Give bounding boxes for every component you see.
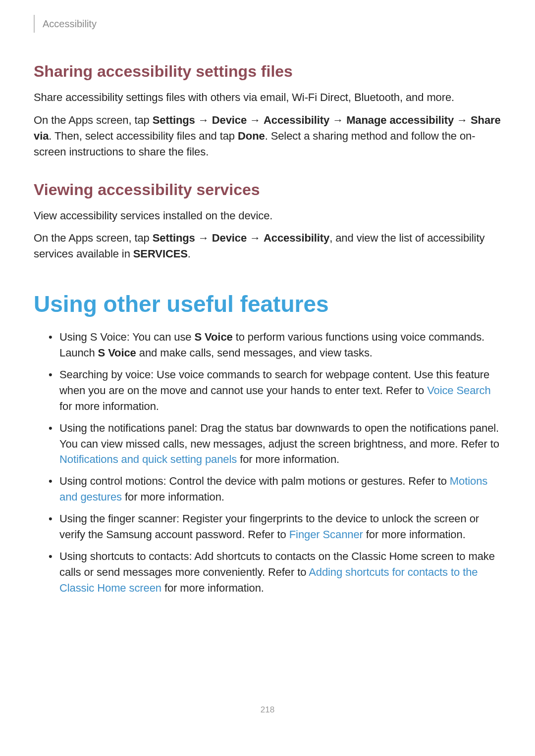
arrow-separator: → — [329, 114, 346, 126]
list-item: Using S Voice: You can use S Voice to pe… — [49, 329, 501, 361]
text-run: On the Apps screen, tap — [34, 114, 153, 126]
page-number: 218 — [34, 705, 501, 715]
section2-para1: View accessibility services installed on… — [34, 208, 501, 224]
list-item: Using control motions: Control the devic… — [49, 473, 501, 505]
header-row: Accessibility — [34, 15, 501, 33]
settings-label: Settings — [153, 232, 195, 244]
text-run: On the Apps screen, tap — [34, 232, 153, 244]
section1-para1: Share accessibility settings files with … — [34, 90, 501, 105]
device-label: Device — [212, 114, 247, 126]
bold-run: S Voice — [195, 331, 233, 343]
page-title-useful-features: Using other useful features — [34, 291, 501, 317]
text-run: . — [188, 248, 191, 260]
text-run: Using the notifications panel: Drag the … — [59, 422, 499, 450]
text-run: and make calls, send messages, and view … — [136, 347, 373, 359]
text-run: Searching by voice: Use voice commands t… — [59, 368, 489, 397]
text-run: Using control motions: Control the devic… — [59, 475, 450, 487]
arrow-separator: → — [247, 114, 264, 126]
text-run: for more information. — [237, 453, 339, 465]
arrow-separator: → — [195, 114, 212, 126]
section2-para2: On the Apps screen, tap Settings → Devic… — [34, 230, 501, 262]
link-run[interactable]: Finger Scanner — [289, 528, 363, 541]
link-run[interactable]: Notifications and quick setting panels — [59, 453, 237, 465]
section-title-viewing: Viewing accessibility services — [34, 181, 501, 199]
list-item: Using the notifications panel: Drag the … — [49, 420, 501, 468]
list-item: Using the finger scanner: Register your … — [49, 511, 501, 543]
accessibility-label: Accessibility — [264, 114, 329, 126]
text-run: for more information. — [363, 528, 466, 541]
text-run: . Then, select accessibility files and t… — [49, 130, 238, 142]
text-run: Using S Voice: You can use — [59, 331, 195, 343]
device-label: Device — [212, 232, 247, 244]
text-run: for more information. — [161, 582, 264, 594]
section1-para2: On the Apps screen, tap Settings → Devic… — [34, 112, 501, 160]
section-viewing: Viewing accessibility services View acce… — [34, 181, 501, 262]
arrow-separator: → — [195, 232, 212, 244]
bold-run: S Voice — [98, 347, 136, 359]
link-run[interactable]: Voice Search — [427, 384, 490, 397]
services-label: SERVICES — [133, 248, 188, 260]
section-sharing: Sharing accessibility settings files Sha… — [34, 62, 501, 160]
text-run: for more information. — [59, 400, 159, 412]
text-run: for more information. — [122, 491, 224, 503]
done-label: Done — [238, 130, 265, 142]
list-item: Using shortcuts to contacts: Add shortcu… — [49, 549, 501, 596]
arrow-separator: → — [454, 114, 471, 126]
manage-accessibility-label: Manage accessibility — [346, 114, 454, 126]
breadcrumb: Accessibility — [43, 18, 97, 30]
header-divider — [34, 15, 35, 33]
list-item: Searching by voice: Use voice commands t… — [49, 367, 501, 414]
section-title-sharing: Sharing accessibility settings files — [34, 62, 501, 81]
arrow-separator: → — [247, 232, 264, 244]
settings-label: Settings — [153, 114, 195, 126]
feature-list: Using S Voice: You can use S Voice to pe… — [49, 329, 501, 596]
accessibility-label: Accessibility — [264, 232, 329, 244]
